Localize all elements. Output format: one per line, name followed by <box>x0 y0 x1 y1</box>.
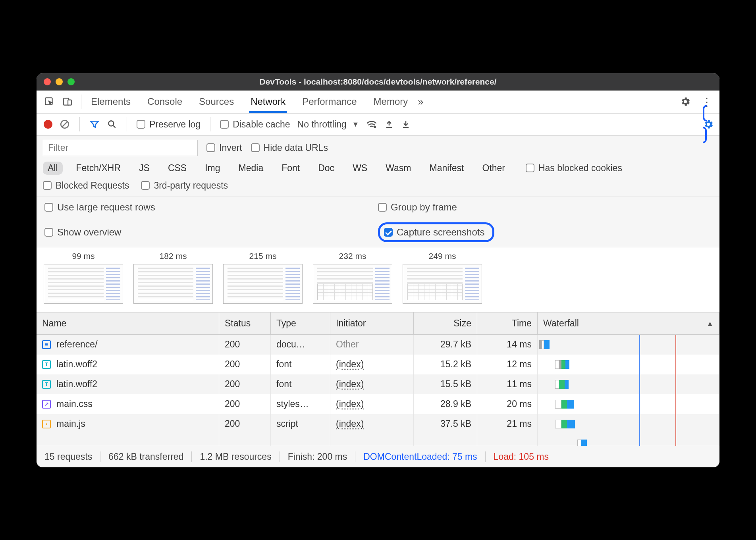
screenshot-image <box>403 264 482 304</box>
close-window-button[interactable] <box>44 78 51 85</box>
type-pill-font[interactable]: Font <box>277 162 305 175</box>
screenshot-thumb[interactable]: 182 ms <box>133 251 213 304</box>
third-party-checkbox[interactable]: 3rd-party requests <box>141 180 228 191</box>
request-time: 14 ms <box>477 335 538 355</box>
type-pill-css[interactable]: CSS <box>163 162 191 175</box>
type-pill-js[interactable]: JS <box>134 162 154 175</box>
disable-cache-checkbox[interactable]: Disable cache <box>220 119 290 130</box>
col-initiator[interactable]: Initiator <box>330 312 414 334</box>
table-row[interactable]: ↗main.css200styles…(index)28.9 kB20 ms <box>37 394 719 414</box>
kebab-menu-icon[interactable]: ⋮ <box>700 94 714 109</box>
table-row[interactable]: Tlatin.woff2200font(index)15.5 kB11 ms <box>37 374 719 394</box>
filter-input[interactable] <box>43 140 198 156</box>
type-pill-fetch-xhr[interactable]: Fetch/XHR <box>71 162 125 175</box>
sort-indicator-icon: ▲ <box>706 320 714 328</box>
export-har-icon[interactable] <box>401 120 411 129</box>
table-row[interactable]: Tlatin.woff2200font(index)15.2 kB12 ms <box>37 355 719 374</box>
request-name: main.css <box>56 399 93 409</box>
screenshot-time-label: 99 ms <box>72 251 94 261</box>
capture-screenshots-checkbox[interactable]: Capture screenshots <box>384 227 484 238</box>
maximize-window-button[interactable] <box>68 78 75 85</box>
type-pill-media[interactable]: Media <box>234 162 268 175</box>
filter-toggle-icon[interactable] <box>89 119 100 129</box>
devtools-window: DevTools - localhost:8080/docs/devtools/… <box>37 73 719 467</box>
main-tabbar: ElementsConsoleSourcesNetworkPerformance… <box>37 91 719 114</box>
table-row-empty <box>37 434 719 446</box>
tab-sources[interactable]: Sources <box>197 91 235 112</box>
file-type-icon: • <box>42 420 51 428</box>
throttling-select[interactable]: No throttling ▼ <box>297 119 359 130</box>
large-rows-checkbox[interactable]: Use large request rows <box>44 202 155 213</box>
request-initiator[interactable]: Other <box>330 335 414 355</box>
inspect-element-icon[interactable] <box>42 94 56 109</box>
request-time: 20 ms <box>477 394 538 414</box>
request-time: 11 ms <box>477 374 538 394</box>
request-time: 21 ms <box>477 414 538 434</box>
request-status: 200 <box>219 414 271 434</box>
file-type-icon: ≡ <box>42 340 51 349</box>
request-initiator[interactable]: (index) <box>330 414 414 434</box>
type-pill-ws[interactable]: WS <box>348 162 372 175</box>
screenshot-thumb[interactable]: 232 ms <box>313 251 392 304</box>
panel-tabs: ElementsConsoleSourcesNetworkPerformance… <box>89 91 409 112</box>
third-party-label: 3rd-party requests <box>154 180 228 191</box>
more-tabs-chevron-icon[interactable]: » <box>413 94 428 109</box>
table-row[interactable]: ≡reference/200docu…Other29.7 kB14 ms <box>37 335 719 355</box>
type-pill-doc[interactable]: Doc <box>313 162 339 175</box>
tab-console[interactable]: Console <box>146 91 184 112</box>
col-type[interactable]: Type <box>271 312 330 334</box>
screenshot-thumb[interactable]: 99 ms <box>44 251 123 304</box>
import-har-icon[interactable] <box>384 120 394 129</box>
throttling-value: No throttling <box>297 119 347 130</box>
screenshot-time-label: 249 ms <box>429 251 456 261</box>
type-pill-img[interactable]: Img <box>200 162 225 175</box>
col-waterfall[interactable]: Waterfall▲ <box>538 312 719 334</box>
show-overview-checkbox[interactable]: Show overview <box>44 227 121 238</box>
record-button[interactable] <box>44 120 52 129</box>
request-initiator[interactable]: (index) <box>330 355 414 374</box>
screenshot-thumb[interactable]: 249 ms <box>403 251 482 304</box>
col-time[interactable]: Time <box>477 312 538 334</box>
requests-table-body: ≡reference/200docu…Other29.7 kB14 msTlat… <box>37 335 719 434</box>
status-load: Load: 105 ms <box>486 451 557 462</box>
table-row[interactable]: •main.js200script(index)37.5 kB21 ms <box>37 414 719 434</box>
tab-network[interactable]: Network <box>249 91 287 113</box>
tab-memory[interactable]: Memory <box>372 91 410 112</box>
request-initiator[interactable]: (index) <box>330 394 414 414</box>
status-requests: 15 requests <box>44 451 100 462</box>
settings-gear-icon[interactable] <box>678 94 692 109</box>
network-settings-gear-icon[interactable] <box>703 105 714 143</box>
blocked-requests-checkbox[interactable]: Blocked Requests <box>43 180 129 191</box>
invert-checkbox[interactable]: Invert <box>206 143 242 153</box>
type-pill-other[interactable]: Other <box>477 162 510 175</box>
device-toolbar-icon[interactable] <box>60 94 75 109</box>
tab-elements[interactable]: Elements <box>89 91 132 112</box>
hide-data-urls-checkbox[interactable]: Hide data URLs <box>251 143 328 153</box>
capture-screenshots-label: Capture screenshots <box>397 227 484 238</box>
clear-icon[interactable] <box>60 119 70 129</box>
screenshot-image <box>133 264 213 304</box>
blocked-requests-label: Blocked Requests <box>56 180 129 191</box>
group-by-frame-checkbox[interactable]: Group by frame <box>378 202 457 213</box>
titlebar: DevTools - localhost:8080/docs/devtools/… <box>37 73 719 91</box>
tab-performance[interactable]: Performance <box>301 91 358 112</box>
preserve-log-checkbox[interactable]: Preserve log <box>137 119 201 130</box>
request-initiator[interactable]: (index) <box>330 374 414 394</box>
network-conditions-icon[interactable] <box>366 120 377 129</box>
col-size[interactable]: Size <box>414 312 477 334</box>
request-type: docu… <box>271 335 330 355</box>
minimize-window-button[interactable] <box>56 78 63 85</box>
screenshot-image <box>313 264 392 304</box>
type-pill-all[interactable]: All <box>43 162 63 175</box>
type-pill-manifest[interactable]: Manifest <box>425 162 469 175</box>
col-name[interactable]: Name <box>37 312 219 334</box>
has-blocked-cookies-checkbox[interactable]: Has blocked cookies <box>526 163 622 174</box>
search-icon[interactable] <box>107 119 117 129</box>
network-settings-pane: Use large request rows Group by frame Sh… <box>37 197 719 247</box>
request-type: font <box>271 374 330 394</box>
screenshot-thumb[interactable]: 215 ms <box>223 251 303 304</box>
col-status[interactable]: Status <box>219 312 271 334</box>
status-bar: 15 requests 662 kB transferred 1.2 MB re… <box>37 446 719 467</box>
type-pill-wasm[interactable]: Wasm <box>381 162 416 175</box>
request-status: 200 <box>219 394 271 414</box>
